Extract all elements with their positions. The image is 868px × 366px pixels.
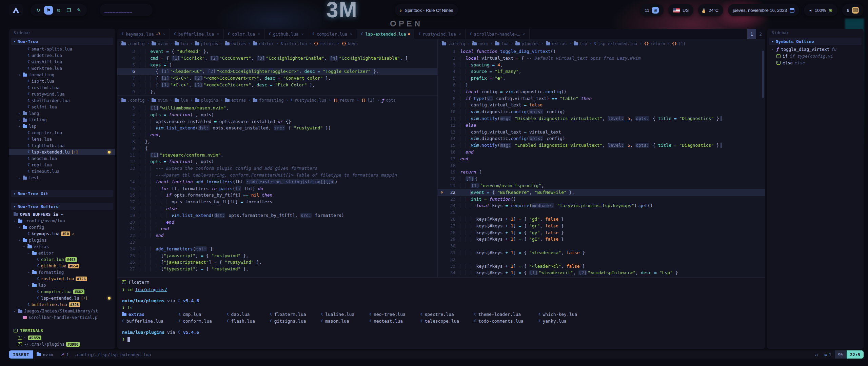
breadcrumb-item[interactable]: extras (225, 98, 246, 103)
tree-item[interactable]: ☾rustfmt.lua (9, 84, 115, 91)
tab-number[interactable]: 2 (756, 29, 765, 39)
git-branch-indicator[interactable]: ⎇1 (56, 352, 72, 357)
code-line[interactable]: 3 spacing = 4, (438, 62, 765, 68)
tree-item[interactable]: ~#2859 (9, 334, 115, 341)
code-line[interactable]: 9 }, (117, 88, 437, 95)
close-icon[interactable]: × (217, 32, 219, 37)
close-icon[interactable]: × (350, 32, 353, 37)
code-view[interactable]: 3 event = { "BufRead" },4 cmd = { [1]"Cc… (117, 48, 437, 95)
tree-item[interactable]: ▾lsp (9, 282, 115, 288)
tree-item[interactable]: ☾timeout.lua (9, 168, 115, 175)
code-line[interactable]: 20 end (117, 219, 437, 226)
code-line[interactable]: 3 event = { "BufRead" }, (117, 48, 437, 55)
tree-item[interactable]: ▾formatting (9, 72, 115, 78)
media-widget[interactable]: ♪ Spiritbox - Rule Of Nines (395, 4, 458, 16)
breadcrumb-item[interactable]: {}[2] (361, 98, 375, 103)
code-line[interactable]: 27 ["typescript"] = { "rustywind" }, (117, 266, 437, 272)
code-line[interactable]: 12 else (438, 122, 765, 129)
launcher-button[interactable] (9, 4, 23, 16)
code-line[interactable]: 8 }, (117, 138, 437, 145)
code-line[interactable]: 9 config.virtual_text = false (438, 102, 765, 108)
code-line[interactable]: 14 vim.diagnostic.config(opts: config) (438, 135, 765, 142)
code-line[interactable]: 6 { [1]"<leader>uC", [2]"<cmd>CccHighlig… (117, 68, 437, 75)
cwd-indicator[interactable]: nvim (33, 352, 56, 357)
edit-icon[interactable]: ✎ (75, 6, 83, 15)
code-line[interactable]: 3 [1]"williamboman/mason.nvim", (117, 105, 437, 111)
breadcrumb-item[interactable]: {}[1] (672, 41, 686, 46)
tab-bufferline-lua[interactable]: ☾bufferline.lua× (170, 29, 224, 39)
power-icon[interactable]: ↻ (34, 6, 43, 15)
close-icon[interactable]: × (522, 32, 525, 37)
code-line[interactable]: ---@param tbl table<string, conform.Form… (117, 172, 437, 179)
code-line[interactable]: 34 keys[#keys + 1] = { [1]"<leader>cil",… (438, 269, 765, 276)
code-line[interactable]: 1local function toggle_diag_virtext() (438, 48, 765, 55)
tree-item[interactable]: ▸lang (9, 110, 115, 117)
breadcrumb-item[interactable]: ☾lsp-extended.lua (594, 41, 637, 46)
breadcrumb-item[interactable]: ☾color.lua (281, 41, 307, 46)
breadcrumb-item[interactable]: formatting (253, 98, 283, 103)
breadcrumb-item[interactable]: plugins (195, 41, 218, 46)
breadcrumb-item[interactable]: editor (253, 41, 274, 46)
tree-item[interactable]: ☾undotree.lua (9, 52, 115, 59)
code-line[interactable]: 11 vim.notify(msg: "Disable diagnostics … (438, 115, 765, 122)
code-line[interactable]: 27 keys[#keys + 1] = { "gr", false } (438, 223, 765, 229)
breadcrumb-item[interactable]: nvim (472, 41, 488, 46)
breadcrumb-item[interactable]: nvim (152, 98, 167, 103)
symbol-item[interactable]: ▾ƒtoggle_diag_virtextfu (767, 46, 864, 53)
code-line[interactable]: 21 [1]"neovim/nvim-lspconfig", (438, 182, 765, 189)
code-line[interactable]: 4 opts = function(_, opts) (117, 111, 437, 118)
weather-widget[interactable]: 24°C (698, 4, 723, 16)
symbol-item[interactable]: elseelse (767, 59, 864, 66)
tab-indicator[interactable]: ⊞1 (821, 352, 835, 357)
code-line[interactable]: 19 vim.list_extend(dst: opts.formatters_… (117, 212, 437, 219)
tab-github-lua[interactable]: ☾github.lua× (265, 29, 308, 39)
keyboard-layout-widget[interactable]: US (668, 4, 693, 16)
tree-item[interactable]: ☾compiler.lua (9, 129, 115, 136)
code-line[interactable]: 6 } (438, 82, 765, 88)
breadcrumb-item[interactable]: plugins (515, 41, 539, 46)
tree-item[interactable]: ☾shellharden.lua (9, 97, 115, 104)
copy-icon[interactable]: ❐ (64, 6, 73, 15)
tree-item[interactable]: ▸Juegos/Indies/SteamLibrary/st (9, 308, 115, 314)
buffers-section-header[interactable]: ▾ Neo-Tree Buffers (11, 203, 113, 210)
code-line[interactable]: 7 end, (117, 131, 437, 138)
tab-lsp-extended-lua[interactable]: ☾lsp-extended.lua● (357, 29, 414, 39)
tree-item[interactable]: ▾formatting (9, 269, 115, 276)
breadcrumb-item[interactable]: {}keys (342, 41, 358, 46)
breadcrumb-item[interactable]: {}return (314, 41, 335, 46)
code-line[interactable]: 24 add_formatters(tbl: { (117, 246, 437, 252)
git-section-header[interactable]: ▾ Neo-Tree Git (11, 190, 113, 197)
tree-item[interactable]: ☾lsp-extended.lu[+] (9, 295, 115, 301)
tree-item[interactable]: ▾extras (9, 243, 115, 250)
code-line[interactable]: 14 local function add_formatters(tbl :ta… (117, 179, 437, 185)
tree-item[interactable]: ☾isort.lua (9, 78, 115, 84)
tree-item[interactable]: ▾lsp (9, 123, 115, 129)
code-view[interactable]: 1local function toggle_diag_virtext()2 l… (438, 48, 765, 276)
code-line[interactable]: 5 opts.ensure_installed = opts.ensure_in… (117, 118, 437, 125)
code-line[interactable]: 25 ["javascript"] = { "rustywind" }, (117, 252, 437, 259)
tree-item[interactable]: ▾editor (9, 250, 115, 256)
editor-pane-rustywind[interactable]: .config›nvim›lua›plugins›extras›formatti… (117, 95, 437, 277)
code-line[interactable]: 21 end (117, 225, 437, 232)
code-view[interactable]: 3 [1]"williamboman/mason.nvim",4 opts = … (117, 105, 437, 272)
tree-item[interactable]: ☾neodim.lua (9, 155, 115, 162)
close-icon[interactable]: × (301, 32, 304, 37)
close-icon[interactable]: × (163, 32, 166, 37)
code-line[interactable]: 13 --- Extend the conform plugin config … (117, 165, 437, 172)
breadcrumb-item[interactable]: lsp (574, 41, 587, 46)
code-line[interactable]: 7 local config = vim.diagnostic.config() (438, 88, 765, 95)
tree-item[interactable]: ☾bufferline.lua#328 (9, 301, 115, 308)
tree-item[interactable]: ☾github.lua#654 (9, 263, 115, 269)
tree-item[interactable]: ▾plugins (9, 237, 115, 243)
tab-compiler-lua[interactable]: ☾compiler.lua× (308, 29, 357, 39)
code-line[interactable]: 19return { (438, 169, 765, 176)
tree-item[interactable]: ▸linting (9, 117, 115, 123)
link-icon[interactable]: ⊚ (54, 6, 63, 15)
tab-scrollbar-handle-[interactable]: ☾scrollbar-handle-…× (466, 29, 530, 39)
tree-item[interactable]: ☾worktree.lua (9, 65, 115, 72)
tree-item[interactable]: ☾rustywind.lua (9, 91, 115, 97)
tree-item[interactable]: ▾config (9, 224, 115, 230)
code-line[interactable]: 4 cmd = { [1]"CccPick", [2]"CccConvert",… (117, 55, 437, 62)
breadcrumb-item[interactable]: .config (121, 41, 145, 46)
flag-icon[interactable]: ⚑ (44, 6, 53, 15)
